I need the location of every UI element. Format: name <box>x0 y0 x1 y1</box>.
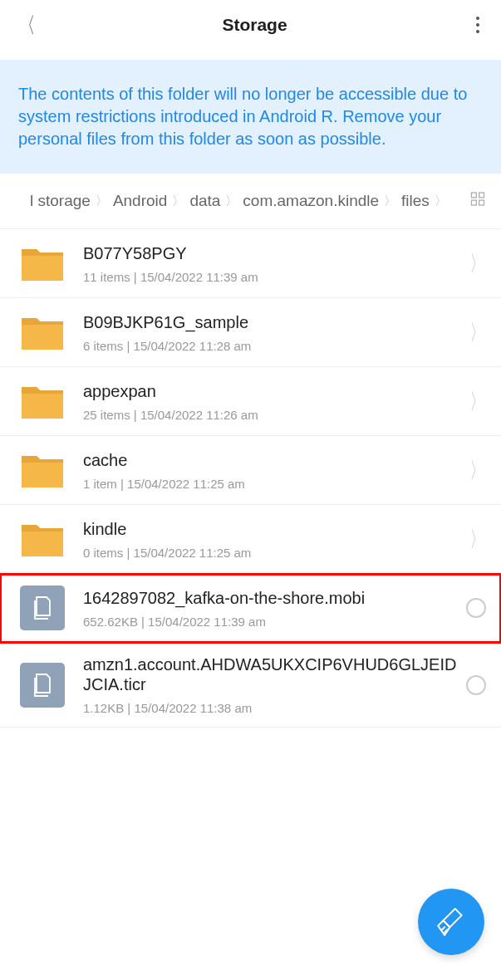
chevron-right-icon: 〉 <box>469 455 486 484</box>
select-radio[interactable] <box>466 598 486 618</box>
file-meta: 1 item | 15/04/2022 11:25 am <box>83 477 463 491</box>
file-name: amzn1.account.AHDWA5UKXCIP6VHUD6GLJEIDJC… <box>83 654 459 694</box>
chevron-right-icon: 〉 <box>469 317 486 346</box>
file-meta: 652.62KB | 15/04/2022 11:39 am <box>83 615 459 629</box>
file-row[interactable]: 1642897082_kafka-on-the-shore.mobi652.62… <box>0 574 501 643</box>
svg-rect-1 <box>479 193 484 198</box>
file-info: B077Y58PGY11 items | 15/04/2022 11:39 am <box>83 243 463 284</box>
chevron-right-icon: 〉 <box>384 194 396 209</box>
chevron-right-icon: 〉 <box>225 194 238 209</box>
folder-row[interactable]: kindle0 items | 15/04/2022 11:25 am〉 <box>0 505 501 574</box>
file-info: kindle0 items | 15/04/2022 11:25 am <box>83 519 463 560</box>
file-name: cache <box>83 450 463 470</box>
folder-row[interactable]: cache1 item | 15/04/2022 11:25 am〉 <box>0 436 501 505</box>
folder-icon <box>20 379 65 424</box>
svg-line-4 <box>442 927 445 929</box>
file-info: cache1 item | 15/04/2022 11:25 am <box>83 450 463 491</box>
breadcrumb-segment[interactable]: data <box>189 192 220 210</box>
file-info: 1642897082_kafka-on-the-shore.mobi652.62… <box>83 588 459 629</box>
folder-icon <box>20 241 65 286</box>
document-icon <box>20 586 65 630</box>
breadcrumb-segment[interactable]: com.amazon.kindle <box>243 192 379 210</box>
file-meta: 0 items | 15/04/2022 11:25 am <box>83 546 463 560</box>
select-radio[interactable] <box>466 675 486 695</box>
folder-row[interactable]: B09BJKP61G_sample6 items | 15/04/2022 11… <box>0 298 501 367</box>
file-name: B09BJKP61G_sample <box>83 312 463 332</box>
file-info: appexpan25 items | 15/04/2022 11:26 am <box>83 381 463 422</box>
svg-rect-2 <box>472 200 477 205</box>
file-meta: 6 items | 15/04/2022 11:28 am <box>83 339 463 353</box>
breadcrumb-segment[interactable]: Android <box>113 192 168 210</box>
folder-row[interactable]: appexpan25 items | 15/04/2022 11:26 am〉 <box>0 367 501 436</box>
file-name: B077Y58PGY <box>83 243 463 263</box>
folder-row[interactable]: B077Y58PGY11 items | 15/04/2022 11:39 am… <box>0 229 501 298</box>
breadcrumb: l storage 〉 Android 〉 data 〉 com.amazon.… <box>0 174 501 229</box>
file-name: kindle <box>83 519 463 539</box>
file-meta: 1.12KB | 15/04/2022 11:38 am <box>83 701 459 715</box>
svg-rect-3 <box>479 200 484 205</box>
file-name: 1642897082_kafka-on-the-shore.mobi <box>83 588 459 608</box>
header: 〈 Storage <box>0 0 501 50</box>
back-arrow-icon[interactable]: 〈 <box>19 11 36 40</box>
warning-banner: The contents of this folder will no long… <box>0 60 501 174</box>
file-row[interactable]: amzn1.account.AHDWA5UKXCIP6VHUD6GLJEIDJC… <box>0 643 501 728</box>
chevron-right-icon: 〉 <box>96 194 108 209</box>
document-icon <box>20 663 65 708</box>
chevron-right-icon: 〉 <box>469 524 486 553</box>
grid-view-icon[interactable] <box>469 191 486 212</box>
chevron-right-icon: 〉 <box>469 386 486 415</box>
svg-rect-0 <box>472 193 477 198</box>
folder-icon <box>20 448 65 492</box>
page-title: Storage <box>222 15 287 35</box>
breadcrumb-segment[interactable]: files <box>401 192 430 210</box>
file-name: appexpan <box>83 381 463 401</box>
folder-icon <box>20 517 65 561</box>
clean-fab-button[interactable] <box>418 889 484 955</box>
chevron-right-icon: 〉 <box>435 194 447 209</box>
file-list: B077Y58PGY11 items | 15/04/2022 11:39 am… <box>0 229 501 728</box>
file-info: B09BJKP61G_sample6 items | 15/04/2022 11… <box>83 312 463 353</box>
chevron-right-icon: 〉 <box>172 194 184 209</box>
file-meta: 11 items | 15/04/2022 11:39 am <box>83 270 463 284</box>
breadcrumb-segment[interactable]: l storage <box>30 192 91 210</box>
chevron-right-icon: 〉 <box>469 248 486 277</box>
banner-text: The contents of this folder will no long… <box>18 85 467 148</box>
file-meta: 25 items | 15/04/2022 11:26 am <box>83 408 463 422</box>
folder-icon <box>20 310 65 355</box>
more-options-icon[interactable] <box>471 12 484 38</box>
file-info: amzn1.account.AHDWA5UKXCIP6VHUD6GLJEIDJC… <box>83 654 459 715</box>
